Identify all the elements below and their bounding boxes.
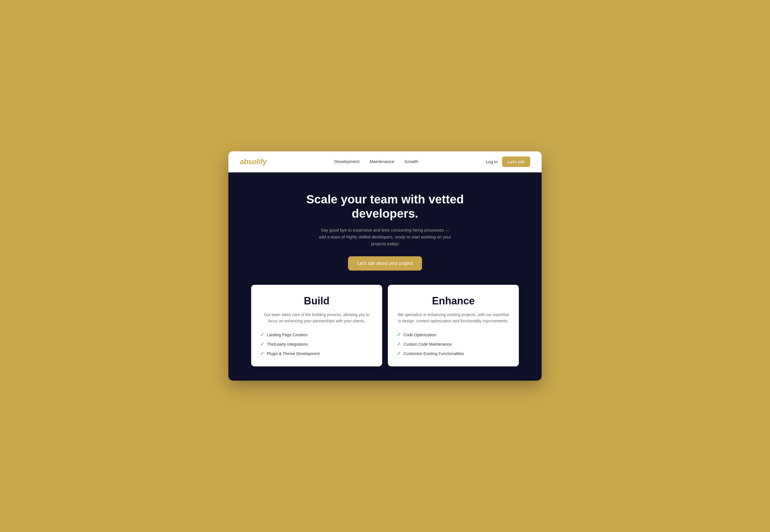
check-icon: ✓ [397, 341, 401, 347]
lets-talk-button[interactable]: Let's talk [502, 156, 530, 167]
nav-actions: Log in Let's talk [486, 156, 530, 167]
nav-item-development[interactable]: Development [334, 159, 359, 164]
nav-link-development[interactable]: Development [334, 159, 359, 164]
enhance-card-description: We specialize in enhancing existing proj… [397, 312, 510, 324]
check-icon: ✓ [397, 351, 401, 356]
build-card-title: Build [260, 295, 373, 307]
list-item: ✓ Customize Existing Functionalities [397, 351, 510, 356]
cards-section: Build Our team takes care of the buildin… [240, 285, 530, 381]
check-icon: ✓ [397, 332, 401, 337]
check-icon: ✓ [260, 341, 264, 347]
list-item: ✓ Landing Page Creation [260, 332, 373, 337]
nav-item-growth[interactable]: Growth [404, 159, 418, 164]
enhance-feature-1: Code Optimization [403, 333, 436, 337]
nav-item-maintenance[interactable]: Maintenance [370, 159, 394, 164]
nav-bar: absolify Development Maintenance Growth … [229, 151, 541, 172]
check-icon: ✓ [260, 332, 264, 337]
nav-links: Development Maintenance Growth [334, 159, 418, 164]
check-icon: ✓ [260, 351, 264, 356]
login-button[interactable]: Log in [486, 159, 497, 164]
list-item: ✓ Code Optimization [397, 332, 510, 337]
logo[interactable]: absolify [240, 157, 267, 166]
build-card: Build Our team takes care of the buildin… [251, 285, 382, 367]
list-item: ✓ Third-party Integrations [260, 341, 373, 347]
enhance-feature-3: Customize Existing Functionalities [403, 351, 464, 356]
build-feature-list: ✓ Landing Page Creation ✓ Third-party In… [260, 332, 373, 356]
build-feature-3: Plugin & Theme Development [267, 351, 320, 356]
enhance-card: Enhance We specialize in enhancing exist… [388, 285, 519, 367]
enhance-feature-list: ✓ Code Optimization ✓ Custom Code Mainte… [397, 332, 510, 356]
list-item: ✓ Custom Code Maintenance [397, 341, 510, 347]
enhance-card-title: Enhance [397, 295, 510, 307]
hero-subtitle: Say good bye to expensive and time consu… [317, 227, 453, 247]
nav-link-maintenance[interactable]: Maintenance [370, 159, 394, 164]
hero-section: Scale your team with vetted developers. … [229, 172, 541, 381]
hero-title: Scale your team with vetted developers. [300, 192, 470, 221]
enhance-feature-2: Custom Code Maintenance [403, 342, 452, 347]
nav-link-growth[interactable]: Growth [404, 159, 418, 164]
hero-cta-button[interactable]: Let's talk about your project [348, 256, 422, 271]
build-feature-1: Landing Page Creation [267, 333, 308, 337]
build-card-description: Our team takes care of the building proc… [260, 312, 373, 324]
browser-frame: absolify Development Maintenance Growth … [229, 151, 541, 381]
list-item: ✓ Plugin & Theme Development [260, 351, 373, 356]
build-feature-2: Third-party Integrations [267, 342, 308, 347]
